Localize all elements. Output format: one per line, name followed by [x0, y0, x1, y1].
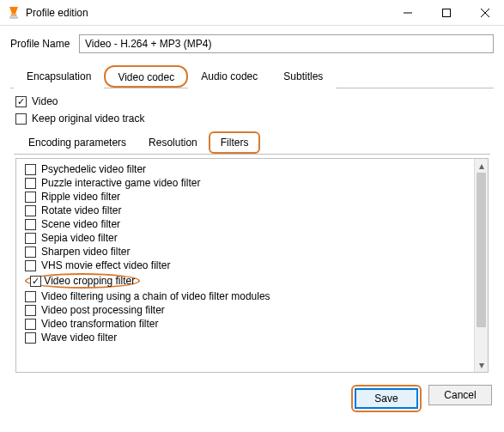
filter-item: Rotate video filter: [25, 204, 471, 217]
filter-label: Puzzle interactive game video filter: [41, 177, 200, 189]
filter-checkbox[interactable]: [25, 233, 36, 244]
filter-list-box: Psychedelic video filterPuzzle interacti…: [15, 158, 489, 373]
video-checkbox[interactable]: [15, 96, 27, 107]
svg-rect-3: [9, 16, 18, 19]
filter-item: Video transformation filter: [25, 317, 471, 331]
filter-item: VHS movie effect video filter: [25, 259, 471, 272]
maximize-button[interactable]: [427, 0, 465, 26]
cancel-button[interactable]: Cancel: [428, 385, 492, 405]
tab-audio-codec[interactable]: Audio codec: [188, 66, 270, 88]
filter-checkbox[interactable]: [30, 276, 41, 287]
filter-label: Psychedelic video filter: [41, 163, 146, 175]
filter-checkbox[interactable]: [25, 332, 36, 344]
highlight-save: Save: [351, 385, 422, 412]
filter-label: Sharpen video filter: [41, 246, 130, 258]
filter-list: Psychedelic video filterPuzzle interacti…: [16, 159, 474, 372]
window-title: Profile edition: [26, 7, 388, 19]
close-button[interactable]: [465, 0, 504, 26]
filter-item: Sharpen video filter: [25, 245, 471, 259]
svg-rect-2: [11, 15, 16, 15]
profile-name-label: Profile Name: [10, 38, 79, 50]
subtab-encoding[interactable]: Encoding parameters: [17, 132, 137, 155]
filter-checkbox[interactable]: [25, 291, 36, 302]
filter-item: Video cropping filter: [25, 272, 471, 289]
scroll-down-icon[interactable]: ▾: [475, 358, 488, 372]
video-checkbox-label: Video: [32, 95, 58, 107]
titlebar: Profile edition: [0, 0, 504, 26]
filter-label: Sepia video filter: [41, 232, 118, 244]
filter-label: Video post processing filter: [41, 304, 165, 316]
filter-label: Wave video filter: [41, 332, 117, 344]
filter-checkbox[interactable]: [25, 192, 36, 203]
filter-checkbox[interactable]: [25, 305, 36, 316]
sub-tabs: Encoding parameters Resolution Filters: [14, 131, 490, 155]
filter-label: Video cropping filter: [44, 275, 135, 287]
filter-item: Psychedelic video filter: [25, 162, 471, 176]
filter-item: Wave video filter: [25, 331, 471, 344]
tab-video-codec[interactable]: Video codec: [116, 70, 176, 85]
filter-label: Scene video filter: [41, 218, 120, 230]
filter-item: Puzzle interactive game video filter: [25, 176, 471, 190]
scrollbar[interactable]: ▴ ▾: [474, 159, 488, 372]
filter-label: VHS movie effect video filter: [41, 259, 171, 271]
minimize-button[interactable]: [388, 0, 427, 26]
tab-subtitles[interactable]: Subtitles: [270, 66, 336, 88]
filter-label: Rotate video filter: [41, 204, 121, 216]
tab-encapsulation[interactable]: Encapsulation: [14, 66, 104, 88]
subtab-resolution[interactable]: Resolution: [137, 132, 209, 155]
subtab-filters[interactable]: Filters: [212, 135, 258, 150]
filter-item: Ripple video filter: [25, 190, 471, 204]
scroll-thumb[interactable]: [477, 173, 486, 327]
filter-checkbox[interactable]: [25, 319, 36, 330]
filter-label: Video transformation filter: [41, 318, 159, 330]
filter-item: Scene video filter: [25, 217, 471, 231]
scroll-up-icon[interactable]: ▴: [475, 159, 488, 173]
save-button[interactable]: Save: [355, 388, 418, 409]
highlight-filters-tab: Filters: [209, 131, 261, 154]
highlight-video-codec: Video codec: [104, 65, 188, 88]
filter-checkbox[interactable]: [25, 178, 36, 189]
svg-marker-0: [9, 7, 18, 14]
filter-checkbox[interactable]: [25, 246, 36, 258]
filter-checkbox[interactable]: [25, 219, 36, 230]
highlight-cropping: Video cropping filter: [25, 273, 140, 289]
app-icon: [7, 6, 21, 20]
filter-checkbox[interactable]: [25, 164, 36, 175]
filter-checkbox[interactable]: [25, 260, 36, 271]
filter-checkbox[interactable]: [25, 205, 36, 216]
keep-original-label: Keep original video track: [32, 113, 144, 125]
svg-rect-5: [442, 9, 450, 16]
filter-item: Video filtering using a chain of video f…: [25, 289, 471, 303]
keep-original-checkbox[interactable]: [15, 113, 27, 125]
filter-item: Video post processing filter: [25, 303, 471, 317]
profile-name-input[interactable]: [79, 34, 494, 53]
filter-label: Video filtering using a chain of video f…: [41, 290, 270, 302]
main-tabs: Encapsulation Video codec Audio codec Su…: [10, 65, 494, 88]
filter-item: Sepia video filter: [25, 231, 471, 245]
filter-label: Ripple video filter: [41, 191, 120, 203]
